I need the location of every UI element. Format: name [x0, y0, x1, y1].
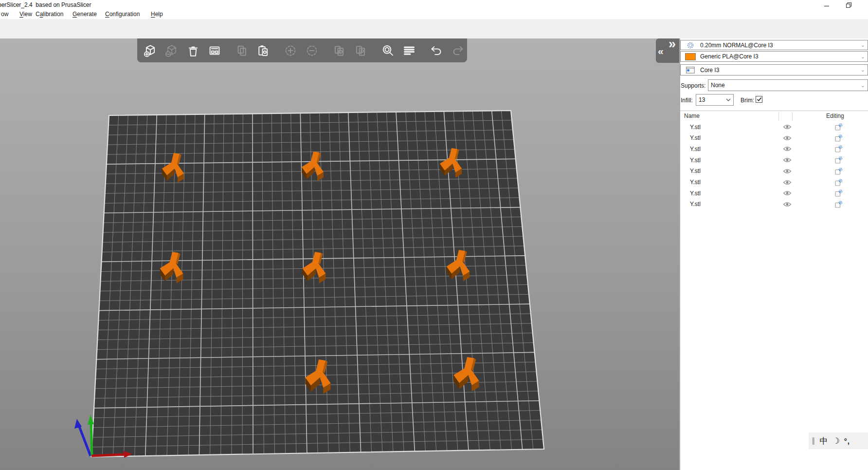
redo-icon: [451, 43, 465, 58]
visibility-eye-icon[interactable]: [783, 135, 792, 141]
toolbar-button-add[interactable]: [143, 43, 158, 58]
chevron-down-icon: ⌄: [861, 42, 865, 48]
toolbar-button-arrange[interactable]: [207, 43, 222, 58]
undo-icon: [429, 43, 444, 58]
brim-checkbox[interactable]: [756, 96, 762, 103]
object-list-row[interactable]: Y.stl: [680, 143, 868, 154]
object-list-row[interactable]: Y.stl: [680, 132, 868, 144]
filament-swatch: [685, 53, 696, 60]
object-table-border: [680, 111, 868, 111]
minimize-button[interactable]: [818, 0, 835, 10]
column-separator: [778, 112, 779, 121]
check-icon: [757, 97, 762, 102]
edit-object-icon[interactable]: [835, 179, 843, 187]
chevron-down-icon: ⌄: [861, 82, 865, 89]
restore-button[interactable]: [840, 0, 857, 10]
ime-fullwidth-moon-icon[interactable]: ☽: [832, 436, 840, 446]
object-list-row[interactable]: Y.stl: [680, 121, 868, 132]
supports-label: Supports:: [681, 82, 705, 89]
toolbar-button-redo: [451, 43, 465, 58]
delete-icon: [164, 43, 179, 58]
app-window: perSlicer_2.4 based on PrusaSlicer owVie…: [0, 0, 868, 470]
brim-label: Brim:: [741, 97, 754, 104]
toolbar-button-copy: [235, 43, 249, 58]
object-name: Y.stl: [690, 146, 701, 152]
column-header-name: Name: [684, 113, 700, 119]
ime-grip-icon[interactable]: ∥: [812, 436, 815, 445]
visibility-eye-icon[interactable]: [783, 180, 792, 185]
chevron-left-icon: «: [658, 45, 664, 57]
chevron-right-icon: »: [669, 37, 676, 52]
edit-object-icon[interactable]: [835, 134, 843, 142]
viewport-3d[interactable]: [0, 38, 679, 470]
infill-value: 13: [696, 96, 726, 103]
visibility-eye-icon[interactable]: [783, 157, 792, 163]
menu-bar: owViewCalibrationGenerateConfigurationHe…: [0, 10, 868, 19]
object-list-row[interactable]: Y.stl: [680, 177, 868, 188]
add-instance-icon: [283, 43, 298, 58]
edit-object-icon[interactable]: [835, 156, 843, 164]
ime-punctuation-icon[interactable]: °,: [844, 437, 850, 445]
print-profile-value: 0.20mm NORMAL@Core I3: [700, 42, 861, 49]
infill-select[interactable]: 13: [696, 94, 734, 106]
toolbar-button-remove-instance: [305, 43, 319, 58]
visibility-eye-icon[interactable]: [783, 169, 792, 174]
restore-icon: [846, 2, 852, 8]
right-panel: 0.20mm NORMAL@Core I3 ⌄ Generic PLA@Core…: [680, 38, 868, 470]
toolbar-button-delete-all[interactable]: [186, 43, 200, 58]
toolbar-button-undo[interactable]: [429, 43, 444, 58]
object-name: Y.stl: [690, 124, 701, 131]
printer-icon: [681, 67, 700, 74]
object-name: Y.stl: [690, 190, 701, 197]
menu-item-ow[interactable]: ow: [1, 11, 8, 18]
toolbar-button-delete: [164, 43, 179, 58]
remove-instance-icon: [305, 43, 319, 58]
print-profile-select[interactable]: 0.20mm NORMAL@Core I3 ⌄: [680, 40, 868, 50]
visibility-eye-icon[interactable]: [783, 146, 792, 151]
tab-bar: Sliced preview Gcode preview Print Setti…: [0, 19, 868, 38]
menu-item-view[interactable]: View: [19, 11, 32, 18]
toolbar-button-search[interactable]: [380, 43, 395, 58]
printer-select[interactable]: Core I3 ⌄: [680, 64, 868, 75]
menu-item-generate[interactable]: Generate: [72, 11, 97, 18]
main-toolbar: [137, 38, 467, 62]
visibility-eye-icon[interactable]: [783, 190, 792, 196]
split-objects-icon: [332, 43, 346, 58]
object-list-row[interactable]: Y.stl: [680, 166, 868, 177]
edit-object-icon[interactable]: [835, 168, 843, 175]
object-list-row[interactable]: Y.stl: [680, 154, 868, 166]
toolbar-button-layers[interactable]: [402, 43, 416, 58]
edit-object-icon[interactable]: [835, 145, 843, 153]
supports-select[interactable]: None ⌄: [708, 79, 868, 91]
ime-toolbar: ∥ 中 ☽ °,: [809, 432, 868, 449]
chevron-down-icon: ⌄: [861, 67, 865, 73]
menu-item-help[interactable]: Help: [151, 11, 163, 18]
menu-item-configuration[interactable]: Configuration: [105, 11, 140, 18]
edit-object-icon[interactable]: [835, 189, 843, 197]
edit-object-icon[interactable]: [835, 201, 843, 208]
object-list-row[interactable]: Y.stl: [680, 188, 868, 199]
object-name: Y.stl: [690, 168, 701, 174]
ime-chinese-mode-icon[interactable]: 中: [820, 435, 828, 447]
chevron-down-icon: ⌄: [861, 54, 865, 60]
visibility-eye-icon[interactable]: [783, 202, 792, 207]
menu-item-calibration[interactable]: Calibration: [36, 11, 63, 18]
edit-object-icon[interactable]: [835, 123, 843, 131]
search-icon: [380, 43, 395, 58]
title-bar: perSlicer_2.4 based on PrusaSlicer: [0, 0, 868, 10]
window-title: perSlicer_2.4 based on PrusaSlicer: [0, 1, 91, 8]
toolbar-button-paste[interactable]: [256, 43, 271, 58]
object-name: Y.stl: [690, 134, 701, 141]
layers-icon: [402, 43, 416, 58]
toolbar-button-add-instance: [283, 43, 298, 58]
object-name: Y.stl: [690, 201, 701, 207]
filament-select[interactable]: Generic PLA@Core I3 ⌄: [680, 51, 868, 62]
visibility-eye-icon[interactable]: [783, 124, 792, 130]
paste-icon: [256, 43, 271, 58]
split-parts-icon: [353, 43, 368, 58]
object-list-row[interactable]: Y.stl: [680, 199, 868, 210]
collapse-sidebar-button[interactable]: » «: [656, 38, 679, 63]
arrange-icon: [207, 43, 222, 58]
minimize-icon: [824, 2, 830, 8]
delete-all-icon: [186, 43, 200, 58]
